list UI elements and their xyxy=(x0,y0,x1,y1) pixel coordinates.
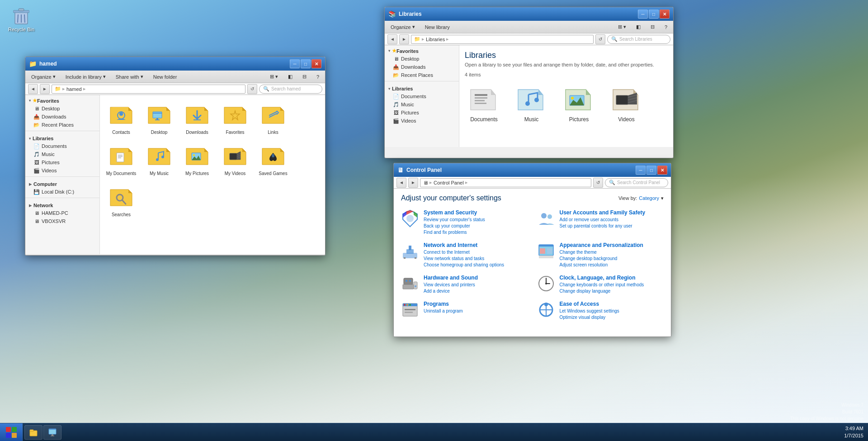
lib-details-button[interactable]: ⊟ xyxy=(647,23,658,31)
lib-sidebar-documents[interactable]: 📄 Documents xyxy=(385,92,459,100)
cp-item-users[interactable]: User Accounts and Family Safety Add or r… xyxy=(537,209,664,236)
minimize-button[interactable]: ─ xyxy=(290,59,300,68)
svg-rect-90 xyxy=(404,257,406,259)
libraries-section[interactable]: ▾ Libraries xyxy=(25,133,99,142)
lib-view-button[interactable]: ⊞ ▾ xyxy=(615,23,629,31)
include-in-library-button[interactable]: Include in library ▾ xyxy=(62,72,109,81)
cp-icon: 🖥 xyxy=(397,166,404,174)
lib-search-input[interactable]: 🔍 Search Libraries xyxy=(607,35,670,44)
share-with-button[interactable]: Share with ▾ xyxy=(113,72,146,81)
lib-favorites-section[interactable]: ▾ ★ Favorites xyxy=(385,45,459,55)
lib-help-button[interactable]: ? xyxy=(661,23,670,31)
cp-forward-button[interactable]: ► xyxy=(408,178,418,188)
new-folder-button[interactable]: New folder xyxy=(150,73,180,81)
lib-sidebar-videos[interactable]: 🎬 Videos xyxy=(385,117,459,125)
view-options-button[interactable]: ⊞ ▾ xyxy=(267,72,281,81)
lib-item-music[interactable]: Music xyxy=(512,82,551,123)
cp-item-hardware[interactable]: Hardware and Sound View devices and prin… xyxy=(401,275,528,294)
hamed-address-bar: ◄ ► 📁 ▸ hamed ▸ ↺ 🔍 Search hamed xyxy=(25,83,325,95)
file-item-searches[interactable]: Searches xyxy=(104,181,139,219)
cp-item-clock[interactable]: Clock, Language, and Region Change keybo… xyxy=(537,275,664,294)
cp-back-button[interactable]: ◄ xyxy=(396,178,406,188)
lib-organize-button[interactable]: Organize ▾ xyxy=(387,23,418,31)
lib-close-button[interactable]: ✕ xyxy=(660,9,670,19)
back-button[interactable]: ◄ xyxy=(28,84,38,94)
cp-search-input[interactable]: 🔍 Search Control Panel xyxy=(605,178,668,187)
cp-minimize-button[interactable]: ─ xyxy=(636,166,646,175)
taskbar-monitor-button[interactable] xyxy=(43,425,61,440)
cp-item-appearance[interactable]: Appearance and Personalization Change th… xyxy=(537,242,664,268)
file-item-myvideos[interactable]: My Videos xyxy=(217,140,253,178)
lib-sidebar-desktop[interactable]: 🖥 Desktop xyxy=(385,55,459,63)
address-box[interactable]: 📁 ▸ hamed ▸ xyxy=(52,85,245,94)
hamed-titlebar[interactable]: 📁 hamed ─ □ ✕ xyxy=(25,57,325,71)
lib-item-videos[interactable]: Videos xyxy=(607,82,646,123)
lib-sidebar-downloads[interactable]: 📥 Downloads xyxy=(385,63,459,71)
libraries-grid: Documents Musi xyxy=(465,82,668,123)
lib-new-library-button[interactable]: New library xyxy=(422,23,453,31)
start-button[interactable] xyxy=(0,423,23,441)
file-item-savedgames[interactable]: Saved Games xyxy=(255,140,291,178)
cp-refresh-button[interactable]: ↺ xyxy=(593,178,603,188)
cp-header: Adjust your computer's settings View by:… xyxy=(401,194,664,202)
cp-address-box[interactable]: 🖥 ▸ Control Panel ▸ xyxy=(420,178,591,187)
file-item-mydocuments[interactable]: My Documents xyxy=(104,140,139,178)
libraries-content: ▾ ★ Favorites 🖥 Desktop 📥 Downloads 📂 Re… xyxy=(385,45,673,147)
file-item-downloads[interactable]: Downloads xyxy=(179,99,215,137)
cp-item-system[interactable]: System and Security Review your computer… xyxy=(401,209,528,236)
forward-button[interactable]: ► xyxy=(40,84,50,94)
file-item-links[interactable]: Links xyxy=(255,99,291,137)
svg-rect-100 xyxy=(403,285,414,289)
lib-refresh-button[interactable]: ↺ xyxy=(595,34,605,44)
lib-sidebar-music[interactable]: 🎵 Music xyxy=(385,100,459,109)
file-item-mymusic[interactable]: My Music xyxy=(142,140,177,178)
maximize-button[interactable]: □ xyxy=(301,59,311,68)
sidebar-item-music[interactable]: 🎵 Music xyxy=(25,150,99,158)
sidebar-item-recent-places[interactable]: 📂 Recent Places xyxy=(25,121,99,129)
sidebar-item-documents[interactable]: 📄 Documents xyxy=(25,142,99,150)
sidebar-item-vboxsvr[interactable]: 🖥 VBOXSVR xyxy=(25,217,99,225)
close-button[interactable]: ✕ xyxy=(311,59,321,68)
cp-close-button[interactable]: ✕ xyxy=(657,166,667,175)
cp-viewby-link[interactable]: Category xyxy=(639,195,659,201)
help-button[interactable]: ? xyxy=(313,73,322,81)
libraries-titlebar[interactable]: 📚 Libraries ─ □ ✕ xyxy=(385,7,673,21)
svg-point-33 xyxy=(156,158,159,161)
sidebar-item-hamed-pc[interactable]: 🖥 HAMED-PC xyxy=(25,209,99,217)
sidebar-item-pictures[interactable]: 🖼 Pictures xyxy=(25,158,99,166)
lib-sidebar-pictures[interactable]: 🖼 Pictures xyxy=(385,109,459,117)
favorites-section[interactable]: ▾ ★ Favorites xyxy=(25,95,99,104)
refresh-button[interactable]: ↺ xyxy=(247,84,257,94)
sidebar-item-desktop[interactable]: 🖥 Desktop xyxy=(25,104,99,113)
file-item-mypictures[interactable]: My Pictures xyxy=(179,140,215,178)
lib-back-button[interactable]: ◄ xyxy=(387,34,397,44)
recycle-bin-icon[interactable]: Recycle Bin xyxy=(7,7,36,32)
cp-item-programs[interactable]: Programs Uninstall a program xyxy=(401,301,528,321)
cp-titlebar[interactable]: 🖥 Control Panel ─ □ ✕ xyxy=(394,163,671,177)
network-section[interactable]: ▶ Network xyxy=(25,200,99,209)
lib-libraries-section[interactable]: ▾ Libraries xyxy=(385,83,459,92)
file-item-contacts[interactable]: Contacts xyxy=(104,99,139,137)
sidebar-item-localdisk[interactable]: 💾 Local Disk (C:) xyxy=(25,188,99,196)
lib-item-documents[interactable]: Documents xyxy=(465,82,503,123)
lib-preview-button[interactable]: ◧ xyxy=(633,23,644,31)
sidebar-item-videos[interactable]: 🎬 Videos xyxy=(25,166,99,175)
organize-button[interactable]: Organize ▾ xyxy=(28,72,59,81)
lib-forward-button[interactable]: ► xyxy=(399,34,409,44)
cp-item-network[interactable]: Network and Internet Connect to the Inte… xyxy=(401,242,528,268)
lib-maximize-button[interactable]: □ xyxy=(649,9,659,19)
file-item-desktop[interactable]: Desktop xyxy=(142,99,177,137)
preview-button[interactable]: ◧ xyxy=(285,72,296,81)
cp-item-ease[interactable]: Ease of Access Let Windows suggest setti… xyxy=(537,301,664,321)
taskbar-explorer-button[interactable] xyxy=(24,425,42,440)
cp-maximize-button[interactable]: □ xyxy=(646,166,656,175)
sidebar-item-downloads[interactable]: 📥 Downloads xyxy=(25,113,99,121)
lib-address-box[interactable]: 📁 ▸ Libraries ▸ xyxy=(411,35,594,44)
lib-minimize-button[interactable]: ─ xyxy=(638,9,648,19)
file-item-favorites[interactable]: Favorites xyxy=(217,99,253,137)
lib-item-pictures[interactable]: Pictures xyxy=(560,82,598,123)
computer-section[interactable]: ▶ Computer xyxy=(25,179,99,188)
lib-sidebar-recent[interactable]: 📂 Recent Places xyxy=(385,71,459,79)
details-panel-button[interactable]: ⊟ xyxy=(299,72,310,81)
search-input[interactable]: 🔍 Search hamed xyxy=(259,85,322,94)
